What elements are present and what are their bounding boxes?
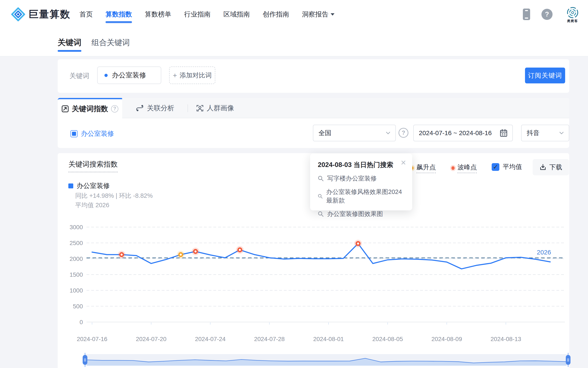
region-help-icon[interactable]: ? — [399, 128, 408, 138]
peak-point-icon — [452, 166, 455, 170]
series-info: 办公室装修 — [68, 181, 110, 190]
chevron-down-icon — [559, 132, 564, 135]
index-chart-icon — [61, 105, 69, 112]
hot-search-item[interactable]: 写字楼办公室装修 — [318, 174, 404, 183]
date-range-picker[interactable]: 2024-07-16 ~ 2024-08-16 — [413, 125, 513, 141]
header-right-tools: ? 爬爬客 — [523, 0, 582, 29]
average-toggle[interactable]: ✓ 平均值 — [492, 163, 522, 171]
search-icon — [318, 175, 324, 182]
brand-logo[interactable]: 巨量算数 — [11, 0, 70, 29]
series-stats: 同比 +14.98% | 环比 -8.82% — [75, 192, 153, 200]
tab-related-analysis[interactable]: 关联分析 — [136, 98, 174, 118]
keyword-chip[interactable]: 办公室装修 — [97, 66, 161, 84]
nav-item-index[interactable]: 算数指数 — [105, 0, 132, 29]
index-tab-strip — [58, 98, 569, 118]
hot-search-item[interactable]: 办公室装修图效果图 — [318, 210, 404, 218]
series-color-dot — [105, 74, 108, 77]
tab-audience-portrait[interactable]: 人群画像 — [196, 98, 234, 118]
region-select[interactable]: 全国 — [313, 125, 396, 141]
subscribe-keyword-button[interactable]: 订阅关键词 — [525, 68, 565, 83]
juliang-suanshu-page: 巨量算数 首页 算数指数 算数榜单 行业指南 区域指南 创作指南 洞察报告 ? — [0, 0, 588, 368]
top-nav-bar: 巨量算数 首页 算数指数 算数榜单 行业指南 区域指南 创作指南 洞察报告 ? — [0, 0, 588, 29]
series-checkbox — [70, 130, 78, 137]
add-compare-word-button[interactable]: + 添加对比词 — [169, 66, 215, 84]
main-nav: 首页 算数指数 算数榜单 行业指南 区域指南 创作指南 洞察报告 — [79, 0, 334, 29]
tab-combined-keyword[interactable]: 组合关键词 — [91, 29, 130, 56]
logo-text: 巨量算数 — [29, 8, 70, 21]
nav-item-creation-guide[interactable]: 创作指南 — [263, 0, 289, 29]
tab-keyword[interactable]: 关键词 — [58, 29, 81, 56]
hot-search-popup: 2024-08-03 当日热门搜索 ✕ 写字楼办公室装修 办公室装修风格效果图2… — [310, 154, 412, 211]
nav-item-insight-reports[interactable]: 洞察报告 — [302, 0, 334, 29]
caret-down-icon — [331, 13, 334, 16]
date-range-brush[interactable] — [85, 353, 568, 367]
search-icon — [318, 193, 323, 199]
download-button[interactable]: 下载 — [533, 159, 569, 175]
chevron-down-icon — [386, 132, 390, 135]
nav-item-region-guide[interactable]: 区域指南 — [223, 0, 250, 29]
calendar-icon — [500, 129, 507, 137]
watermark-badge: 爬爬客 — [564, 7, 582, 23]
audience-portrait-icon — [196, 105, 204, 112]
brush-left-handle[interactable] — [83, 355, 87, 365]
download-icon — [540, 164, 546, 171]
mobile-app-icon[interactable] — [523, 8, 530, 20]
keyword-mode-tabs: 关键词 组合关键词 — [0, 29, 588, 56]
logo-diamond-icon — [11, 7, 25, 21]
help-icon[interactable]: ? — [541, 9, 553, 20]
legend-peak-point[interactable]: 波峰点 — [452, 163, 477, 173]
average-checkbox-icon: ✓ — [492, 163, 499, 171]
hot-search-item[interactable]: 办公室装修风格效果图2024最新款 — [318, 188, 404, 205]
relation-curve-icon — [136, 105, 144, 112]
nav-item-home[interactable]: 首页 — [79, 0, 93, 29]
nav-item-rankings[interactable]: 算数榜单 — [145, 0, 171, 29]
close-icon[interactable]: ✕ — [401, 159, 406, 167]
series-legend-toggle[interactable]: 办公室装修 — [70, 129, 114, 138]
brush-mini-chart — [85, 353, 568, 367]
keyword-field-label: 关键词 — [70, 71, 89, 80]
tab-separator — [187, 104, 188, 112]
tab-keyword-index[interactable]: 关键词指数 ? — [58, 98, 122, 118]
platform-select[interactable]: 抖音 — [521, 125, 569, 141]
chart-title: 关键词搜索指数 — [68, 159, 118, 172]
watermark-logo-icon — [567, 7, 579, 18]
plus-icon: + — [173, 71, 177, 80]
popup-title: 2024-08-03 当日热门搜索 — [318, 160, 404, 169]
series-swatch — [68, 184, 73, 188]
nav-item-industry-guide[interactable]: 行业指南 — [184, 0, 211, 29]
keyword-index-help-icon[interactable]: ? — [111, 105, 118, 112]
legend-rise-point[interactable]: 飙升点 — [411, 163, 436, 173]
search-icon — [318, 211, 324, 217]
brush-right-handle[interactable] — [566, 355, 570, 365]
series-average: 平均值 2026 — [75, 201, 109, 210]
watermark-text: 爬爬客 — [567, 19, 578, 23]
